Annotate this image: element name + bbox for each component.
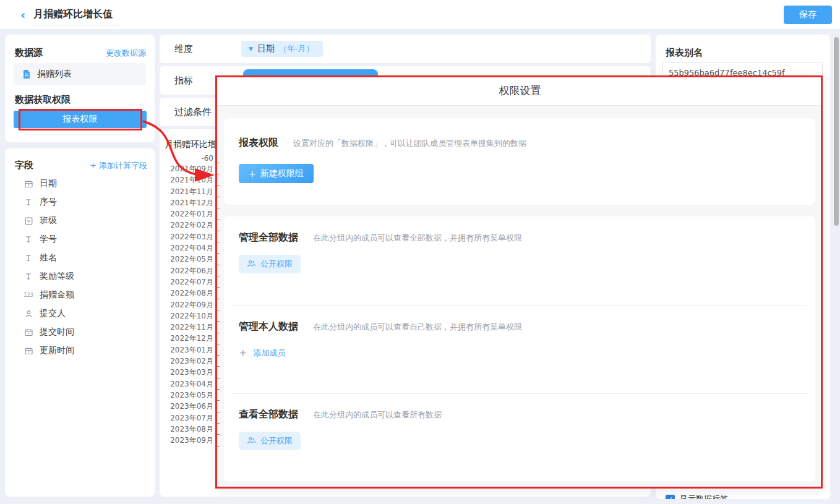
field-item[interactable]: 奖励等级 (5, 267, 155, 286)
chart-category-label: 2023年02月 (160, 356, 213, 367)
dimension-label: 维度 (174, 43, 193, 55)
select-icon (24, 216, 33, 225)
permission-section-desc: 在此分组内的成员可以查看全部数据，并拥有所有菜单权限 (313, 233, 522, 244)
field-label: 捐赠金额 (40, 289, 74, 301)
permission-section-desc: 在此分组内的成员可以查看所有数据 (313, 409, 442, 421)
public-permission-pill[interactable]: 公开权限 (239, 432, 301, 450)
chart-category-label: 2022年01月 (160, 208, 213, 220)
chart-category-label: 2023年01月 (160, 344, 213, 356)
page-title: 月捐赠环比增长值 (33, 8, 120, 25)
people-icon (247, 436, 256, 446)
field-item[interactable]: 更新时间 (5, 341, 155, 360)
number-icon: 123 (24, 291, 33, 299)
datasource-title: 数据源 (15, 47, 43, 59)
field-item[interactable]: 日期 (5, 174, 155, 193)
field-item[interactable]: 提交人 (5, 304, 155, 323)
field-item[interactable]: 姓名 (5, 249, 155, 267)
field-label: 更新时间 (40, 345, 74, 356)
chevron-down-icon: ▼ (249, 46, 253, 52)
chart-category-label: 2023年06月 (160, 401, 213, 412)
fields-title: 字段 (15, 160, 33, 171)
field-item[interactable]: 提交时间 (5, 323, 155, 341)
person-icon (24, 309, 33, 318)
permission-section-title: 管理本人数据 (239, 320, 298, 333)
back-icon[interactable]: ‹ (16, 8, 30, 22)
add-member-link[interactable]: +添加成员 (239, 347, 285, 359)
permission-section: 管理本人数据在此分组内的成员可以查看自己数据，并拥有所有菜单权限+添加成员 (239, 320, 800, 359)
section-divider (232, 305, 807, 306)
fields-panel: 字段 + 添加计算字段 日期序号班级学号姓名奖励等级123捐赠金额提交人提交时间… (5, 148, 155, 497)
field-item[interactable]: 123捐赠金额 (5, 286, 155, 304)
plus-icon: + (90, 161, 96, 170)
modal-header: 权限设置 (217, 75, 823, 106)
report-permission-button[interactable]: 报表权限 (14, 111, 147, 128)
chart-category-label: 2022年07月 (160, 276, 213, 288)
change-datasource-link[interactable]: 更改数据源 (106, 48, 146, 59)
new-permission-group-label: 新建权限组 (260, 168, 304, 179)
permission-section-desc: 在此分组内的成员可以查看自己数据，并拥有所有菜单权限 (313, 322, 522, 333)
text-icon (24, 254, 33, 262)
field-item[interactable]: 学号 (5, 230, 155, 249)
dimension-row: 维度 ▼ 日期 （年-月） (160, 35, 651, 63)
plus-icon: + (249, 169, 256, 179)
scrollbar-thumb[interactable] (834, 37, 839, 226)
chart-category-label: 2021年12月 (160, 197, 213, 208)
calendar-icon (24, 179, 33, 188)
field-label: 提交人 (40, 308, 66, 319)
field-label: 日期 (40, 178, 57, 189)
chart-category-label: 2022年06月 (160, 265, 213, 276)
add-calc-field-label: 添加计算字段 (99, 160, 147, 171)
datasource-item[interactable]: 捐赠列表 (14, 63, 146, 85)
chart-category-label: 2023年09月 (160, 435, 213, 446)
field-label: 姓名 (40, 252, 57, 263)
chart-category-label: 2022年10月 (160, 310, 213, 322)
field-item[interactable]: 班级 (5, 211, 155, 230)
text-icon (24, 198, 33, 207)
text-icon (24, 235, 33, 244)
save-button[interactable]: 保存 (784, 6, 832, 24)
field-item[interactable]: 序号 (5, 193, 155, 211)
chart-category-label: 2022年02月 (160, 220, 213, 231)
chart-axis-value: -60 (160, 154, 213, 163)
top-bar: ‹ 月捐赠环比增长值 保存 (0, 0, 840, 30)
chart-category-label: 2023年05月 (160, 390, 213, 401)
people-icon (247, 259, 256, 270)
chart-category-axis: 2021年09月2021年10月2021年11月2021年12月2022年01月… (160, 163, 213, 446)
dimension-pill[interactable]: ▼ 日期 （年-月） (241, 41, 323, 57)
chart-category-label: 2022年12月 (160, 333, 213, 344)
field-label: 序号 (40, 197, 57, 208)
public-permission-pill[interactable]: 公开权限 (239, 255, 301, 273)
field-label: 班级 (40, 215, 57, 226)
public-permission-label: 公开权限 (260, 258, 293, 270)
show-data-label-text: 显示数据标签 (680, 493, 728, 499)
chart-category-label: 2021年09月 (160, 163, 213, 174)
new-permission-group-button[interactable]: + 新建权限组 (239, 164, 314, 183)
text-icon (24, 272, 33, 281)
chart-category-label: 2023年04月 (160, 378, 213, 390)
chart-category-label: 2021年11月 (160, 186, 213, 197)
permission-modal: 权限设置 报表权限 设置对应的「数据权限」，可以让团队成员管理表单搜集到的数据 … (217, 75, 823, 489)
field-label: 奖励等级 (40, 271, 74, 282)
chart-category-label: 2023年08月 (160, 424, 213, 435)
datasource-name: 捐赠列表 (37, 69, 72, 80)
public-permission-label: 公开权限 (260, 435, 293, 446)
report-builder-app: ‹ 月捐赠环比增长值 保存 数据源 更改数据源 捐赠列表 数据获取权限 报表权限… (0, 0, 840, 504)
report-permission-title: 报表权限 (239, 137, 278, 150)
chart-category-label: 2022年04月 (160, 242, 213, 254)
chart-category-label: 2022年03月 (160, 231, 213, 242)
permission-section-title: 查看全部数据 (239, 408, 298, 421)
plus-icon: + (239, 347, 247, 359)
chart-category-label: 2021年10月 (160, 174, 213, 186)
chart-category-label: 2022年09月 (160, 299, 213, 310)
calendar-icon (24, 328, 33, 336)
report-alias-label: 报表别名 (666, 47, 703, 59)
checkbox-checked-icon[interactable]: ✓ (666, 495, 675, 500)
add-member-label: 添加成员 (253, 348, 285, 359)
report-permission-section: 报表权限 设置对应的「数据权限」，可以让团队成员管理表单搜集到的数据 + 新建权… (224, 118, 815, 205)
field-label: 提交时间 (40, 327, 74, 338)
filter-label: 过滤条件 (174, 106, 212, 118)
dimension-field: 日期 (257, 43, 275, 54)
dimension-granularity: （年-月） (279, 43, 314, 54)
show-data-label-row: ✓ 显示数据标签 (666, 493, 728, 499)
add-calc-field-link[interactable]: + 添加计算字段 (90, 160, 147, 171)
